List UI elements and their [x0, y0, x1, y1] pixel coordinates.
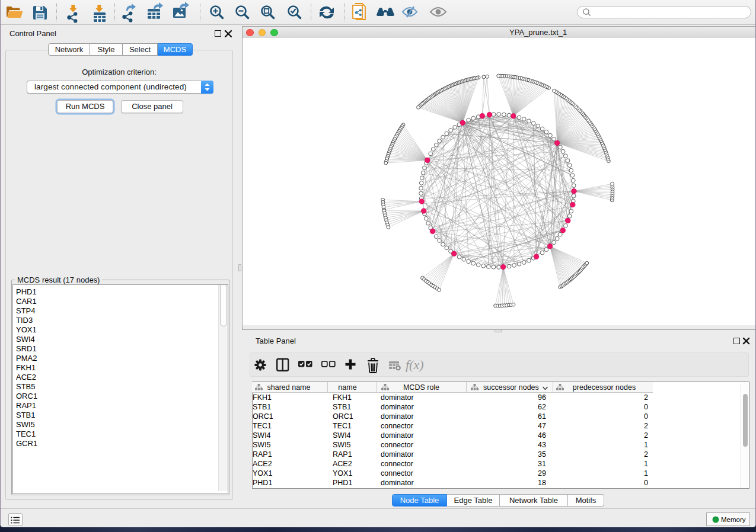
- svg-text:f(x): f(x): [406, 357, 424, 372]
